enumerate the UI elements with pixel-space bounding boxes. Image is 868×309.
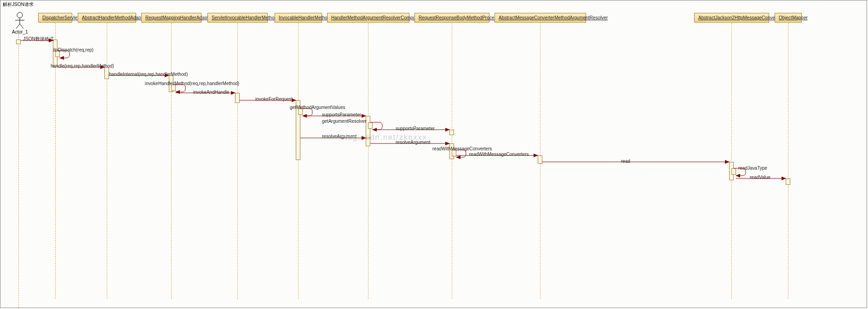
frame-title: 解析JSON请求 [1,1,35,8]
message-label: invokeAndHandle [193,90,229,95]
message-label: readJavaType [738,166,767,171]
svg-line-3 [16,24,20,29]
message-label: handleInternal(req,rep,handlerMethod) [109,72,188,77]
message-label: supportsParameter [322,112,361,117]
participant-p7: AbstractMessageConverterMethodArgumentRe… [494,13,586,23]
actor-label: Actor_1 [12,29,28,34]
lifeline [452,23,452,299]
message-label: handle(req,rep,handlerMethod) [51,63,114,69]
message-label: invokeHandlerMethod(req,rep,handlerMetho… [145,81,239,86]
lifeline [368,23,368,299]
actor: Actor_1 [12,12,28,34]
svg-line-4 [20,24,23,29]
lifeline [18,34,19,309]
lifeline [237,23,238,299]
message-label: readWithMessageConverters [432,146,492,151]
participant-p2: RequestMappingHandlerAdapter [141,13,201,23]
participant-p9: ObjectMapper [775,13,802,23]
lifeline [731,23,732,299]
participant-p3: ServletInvocableHandlerMethod [207,13,268,23]
activation [16,40,21,44]
message-label: readWithMessageConverters [469,152,529,157]
message-label: read [621,159,630,164]
message-label: doDispatch(req,rep) [53,47,93,52]
message-label: readValue [750,175,770,180]
lifeline [788,23,788,299]
participant-p0: DispatcherServlet [38,13,72,23]
actor-icon [13,12,26,29]
activation [235,93,240,103]
activation [731,168,736,175]
activation [368,122,373,129]
sequence-frame [0,0,867,308]
message-label: supportsParameter [396,126,435,131]
activation [786,178,790,185]
activation [449,130,454,135]
svg-point-0 [17,12,23,18]
message-label: getArgumentResolver [322,119,367,124]
watermark: blog.csdn.net/zknxxx [340,133,427,142]
participant-p5: HandlerMethodArgumentResolverComposite [327,13,409,23]
participant-p4: InvocableHandlerMethod [275,13,322,23]
message-label: invokeForRequest [255,97,293,102]
message-label: getMethodArgumentValues [290,105,345,110]
participant-p8: AbstractJackson2HttpMessageConverter [694,13,769,23]
message-label: JSON数据格式 [23,36,54,42]
participant-p1: AbstractHandlerMethodAdapter [78,13,136,23]
lifeline [298,23,299,299]
activation [538,155,542,164]
participant-p6: RequestResponseBodyMethodProcessor [414,13,489,23]
lifeline [171,23,172,299]
activation [104,67,109,79]
